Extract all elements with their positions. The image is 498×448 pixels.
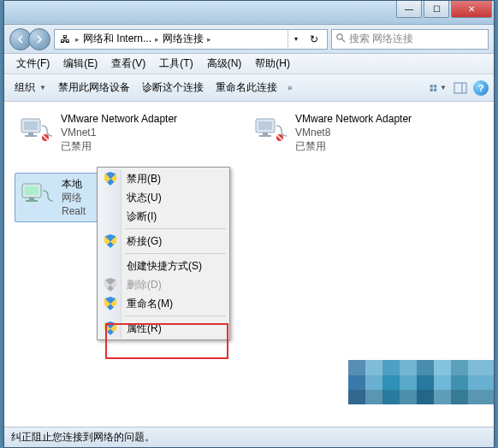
ctx-properties[interactable]: 属性(R) xyxy=(99,319,228,338)
ctx-label: 属性(R) xyxy=(127,321,162,336)
separator xyxy=(125,315,226,316)
ctx-create-shortcut[interactable]: 创建快捷方式(S) xyxy=(99,256,228,275)
separator xyxy=(125,253,226,254)
svg-rect-17 xyxy=(259,135,271,137)
menu-advanced[interactable]: 高级(N) xyxy=(200,55,249,73)
svg-point-0 xyxy=(337,34,342,39)
adapter-sub: VMnet8 xyxy=(295,126,412,139)
explorer-window: — ☐ ✕ 🖧 ▸ 网络和 Intern... ▸ 网络连接 ▸ ▾ ↻ xyxy=(3,0,495,448)
search-placeholder: 搜索 网络连接 xyxy=(349,32,413,46)
adapter-name: 本地 xyxy=(62,177,86,191)
nav-buttons xyxy=(9,28,50,50)
ctx-bridge[interactable]: 桥接(G) xyxy=(99,232,228,251)
diagnose-button[interactable]: 诊断这个连接 xyxy=(137,78,209,97)
svg-line-1 xyxy=(342,39,345,42)
ctx-label: 诊断(I) xyxy=(127,209,157,224)
adapter-icon xyxy=(252,112,290,146)
ctx-rename[interactable]: 重命名(M) xyxy=(99,294,228,313)
svg-rect-22 xyxy=(29,197,34,200)
adapter-name: VMware Network Adapter xyxy=(295,112,412,126)
shield-icon xyxy=(103,277,118,292)
adapter-vmnet8[interactable]: VMware Network Adapter VMnet8 已禁用 xyxy=(249,109,463,157)
forward-button[interactable] xyxy=(28,28,50,50)
ctx-label: 桥接(G) xyxy=(127,234,162,249)
adapter-name: VMware Network Adapter xyxy=(61,112,177,126)
chevron-down-icon: ▼ xyxy=(440,84,447,91)
svg-rect-10 xyxy=(28,133,33,135)
adapter-status: 已禁用 xyxy=(295,139,412,153)
svg-rect-21 xyxy=(25,186,39,195)
breadcrumb[interactable]: 🖧 ▸ 网络和 Intern... ▸ 网络连接 ▸ ▾ ↻ xyxy=(54,29,328,50)
disable-device-button[interactable]: 禁用此网络设备 xyxy=(53,78,135,97)
help-button[interactable]: ? xyxy=(473,80,489,96)
menu-tools[interactable]: 工具(T) xyxy=(152,55,199,73)
menubar: 文件(F) 编辑(E) 查看(V) 工具(T) 高级(N) 帮助(H) xyxy=(4,54,494,74)
svg-rect-5 xyxy=(434,88,436,91)
censored-region xyxy=(348,360,494,404)
shield-icon xyxy=(103,296,118,311)
svg-rect-16 xyxy=(263,133,268,135)
svg-rect-3 xyxy=(434,85,436,87)
breadcrumb-dropdown[interactable]: ▾ xyxy=(288,30,303,49)
shield-icon xyxy=(103,233,118,249)
ctx-delete: 删除(D) xyxy=(99,275,228,294)
chevron-down-icon: ▼ xyxy=(39,84,46,91)
menu-file[interactable]: 文件(F) xyxy=(9,55,56,73)
shield-icon xyxy=(103,321,118,336)
adapter-vmnet1[interactable]: VMware Network Adapter VMnet1 已禁用 xyxy=(15,109,228,157)
refresh-button[interactable]: ↻ xyxy=(305,33,323,45)
adapter-icon xyxy=(19,177,56,211)
status-bar: 纠正阻止您连接到网络的问题。 xyxy=(4,427,494,447)
content-pane: VMware Network Adapter VMnet1 已禁用 VMware… xyxy=(4,102,494,427)
chevron-right-icon: ▸ xyxy=(205,35,213,44)
svg-rect-4 xyxy=(430,88,433,91)
search-icon xyxy=(335,32,346,45)
adapter-sub: VMnet1 xyxy=(61,126,177,139)
rename-connection-button[interactable]: 重命名此连接 xyxy=(210,78,282,97)
breadcrumb-item[interactable]: 网络连接 xyxy=(163,32,204,46)
svg-rect-15 xyxy=(258,121,272,130)
breadcrumb-item[interactable]: 网络和 Intern... xyxy=(83,32,151,46)
minimize-button[interactable]: — xyxy=(396,1,422,18)
maximize-button[interactable]: ☐ xyxy=(424,1,449,18)
chevron-right-icon: ▸ xyxy=(153,35,161,44)
overflow-chevron-icon[interactable]: » xyxy=(284,83,296,92)
chevron-right-icon: ▸ xyxy=(74,35,81,44)
ctx-label: 删除(D) xyxy=(127,278,162,292)
svg-rect-11 xyxy=(25,135,37,137)
network-icon: 🖧 xyxy=(58,32,72,46)
organize-button[interactable]: 组织 ▼ xyxy=(9,78,51,97)
organize-label: 组织 xyxy=(15,80,35,95)
shield-icon xyxy=(103,171,118,186)
context-menu: 禁用(B) 状态(U) 诊断(I) 桥接(G) 创建快捷方式(S) 删除(D) … xyxy=(97,167,230,340)
adapter-status: 已禁用 xyxy=(61,139,177,153)
separator xyxy=(125,228,226,229)
status-text: 纠正阻止您连接到网络的问题。 xyxy=(11,430,155,445)
svg-rect-2 xyxy=(430,85,433,87)
ctx-label: 重命名(M) xyxy=(127,297,173,311)
adapter-detail: Realt xyxy=(62,204,86,218)
ctx-diagnose[interactable]: 诊断(I) xyxy=(99,207,228,226)
svg-rect-6 xyxy=(454,83,466,93)
ctx-label: 状态(U) xyxy=(127,191,162,205)
titlebar: — ☐ ✕ xyxy=(4,1,494,25)
menu-help[interactable]: 帮助(H) xyxy=(248,55,297,73)
ctx-label: 创建快捷方式(S) xyxy=(127,259,202,274)
menu-edit[interactable]: 编辑(E) xyxy=(56,55,104,73)
ctx-label: 禁用(B) xyxy=(127,172,161,186)
adapter-sub: 网络 xyxy=(62,191,86,204)
toolbar: 组织 ▼ 禁用此网络设备 诊断这个连接 重命名此连接 » ▼ ? xyxy=(4,74,494,102)
close-button[interactable]: ✕ xyxy=(451,1,492,18)
menu-view[interactable]: 查看(V) xyxy=(104,55,152,73)
ctx-disable[interactable]: 禁用(B) xyxy=(99,169,228,188)
view-options-button[interactable]: ▼ xyxy=(429,79,448,97)
preview-pane-button[interactable] xyxy=(451,79,470,97)
search-input[interactable]: 搜索 网络连接 xyxy=(331,29,489,50)
ctx-status[interactable]: 状态(U) xyxy=(99,188,228,207)
svg-rect-23 xyxy=(26,200,38,202)
address-bar: 🖧 ▸ 网络和 Intern... ▸ 网络连接 ▸ ▾ ↻ 搜索 网络连接 xyxy=(4,25,494,54)
adapter-icon xyxy=(18,112,56,146)
svg-rect-9 xyxy=(24,121,38,130)
